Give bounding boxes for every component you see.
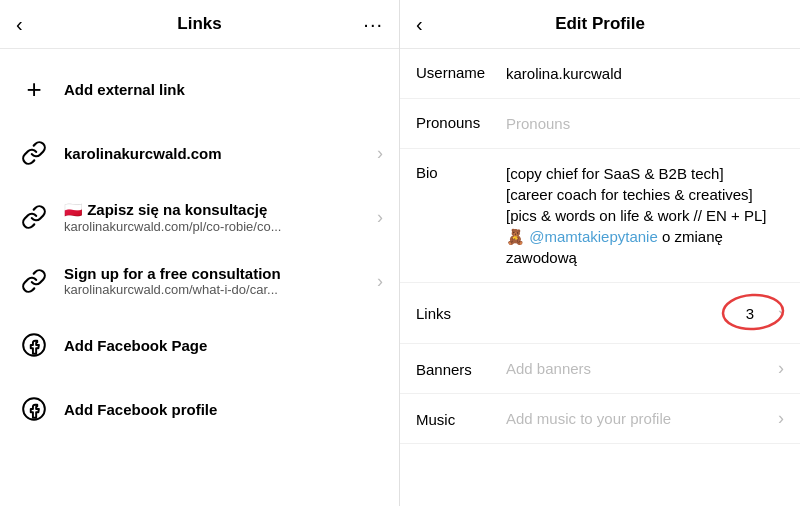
website-link-text: karolinakurcwald.com xyxy=(64,145,369,162)
add-facebook-page-item[interactable]: Add Facebook Page xyxy=(0,313,399,377)
music-chevron-icon: › xyxy=(778,408,784,429)
signup-link-subtitle: karolinakurcwald.com/what-i-do/car... xyxy=(64,282,369,297)
add-external-link-item[interactable]: + Add external link xyxy=(0,57,399,121)
chain-link-icon xyxy=(16,135,52,171)
links-list: + Add external link karolinakurcwald.com… xyxy=(0,49,399,449)
facebook-page-icon xyxy=(16,327,52,363)
edit-profile-title: Edit Profile xyxy=(555,14,645,34)
konsultacja-link-text: 🇵🇱 Zapisz się na konsultację karolinakur… xyxy=(64,201,369,234)
music-label: Music xyxy=(416,410,506,428)
add-facebook-profile-label: Add Facebook profile xyxy=(64,401,383,418)
edit-profile-back-icon[interactable]: ‹ xyxy=(416,13,423,36)
links-field-row[interactable]: Links 3 › xyxy=(400,283,800,344)
bio-field-row[interactable]: Bio [copy chief for SaaS & B2B tech] [ca… xyxy=(400,149,800,283)
add-facebook-page-label: Add Facebook Page xyxy=(64,337,383,354)
links-back-icon[interactable]: ‹ xyxy=(16,13,23,36)
signup-link-item[interactable]: Sign up for a free consultation karolina… xyxy=(0,249,399,313)
website-chevron-icon: › xyxy=(377,143,383,164)
add-link-label: Add external link xyxy=(64,81,383,98)
music-field-row[interactable]: Music Add music to your profile › xyxy=(400,394,800,444)
links-count-annotation: 3 xyxy=(734,297,766,329)
bio-link[interactable]: @mamtakiepytanie xyxy=(529,228,658,245)
konsultacja-chevron-icon: › xyxy=(377,207,383,228)
bio-label: Bio xyxy=(416,163,506,181)
banners-value: Add banners xyxy=(506,358,770,379)
banners-label: Banners xyxy=(416,360,506,378)
pronouns-field-row[interactable]: Pronouns Pronouns xyxy=(400,99,800,149)
links-title: Links xyxy=(177,14,221,34)
links-badge-container: 3 › xyxy=(734,297,784,329)
add-link-icon: + xyxy=(16,71,52,107)
signup-link-label: Sign up for a free consultation xyxy=(64,265,369,282)
signup-chevron-icon: › xyxy=(377,271,383,292)
add-link-text: Add external link xyxy=(64,81,383,98)
username-value: karolina.kurcwald xyxy=(506,63,784,84)
svg-point-1 xyxy=(23,398,45,420)
konsultacja-link-item[interactable]: 🇵🇱 Zapisz się na konsultację karolinakur… xyxy=(0,185,399,249)
links-panel: ‹ Links ··· + Add external link karolina… xyxy=(0,0,400,506)
chain-link-icon-3 xyxy=(16,263,52,299)
links-chevron-icon: › xyxy=(778,303,784,324)
add-facebook-profile-item[interactable]: Add Facebook profile xyxy=(0,377,399,441)
pronouns-value: Pronouns xyxy=(506,113,784,134)
links-label: Links xyxy=(416,304,506,322)
website-link-label: karolinakurcwald.com xyxy=(64,145,369,162)
website-link-item[interactable]: karolinakurcwald.com › xyxy=(0,121,399,185)
banners-field-row[interactable]: Banners Add banners › xyxy=(400,344,800,394)
username-field-row[interactable]: Username karolina.kurcwald xyxy=(400,49,800,99)
bio-value: [copy chief for SaaS & B2B tech] [career… xyxy=(506,163,784,268)
links-more-icon[interactable]: ··· xyxy=(363,13,383,36)
add-facebook-profile-text: Add Facebook profile xyxy=(64,401,383,418)
svg-point-0 xyxy=(23,334,45,356)
banners-chevron-icon: › xyxy=(778,358,784,379)
konsultacja-link-label: 🇵🇱 Zapisz się na konsultację xyxy=(64,201,369,219)
signup-link-text: Sign up for a free consultation karolina… xyxy=(64,265,369,297)
edit-profile-panel: ‹ Edit Profile Username karolina.kurcwal… xyxy=(400,0,800,506)
add-facebook-page-text: Add Facebook Page xyxy=(64,337,383,354)
username-label: Username xyxy=(416,63,506,81)
edit-profile-header: ‹ Edit Profile xyxy=(400,0,800,49)
facebook-profile-icon xyxy=(16,391,52,427)
links-header: ‹ Links ··· xyxy=(0,0,399,49)
links-count-badge: 3 xyxy=(734,297,766,329)
profile-fields: Username karolina.kurcwald Pronouns Pron… xyxy=(400,49,800,506)
music-value: Add music to your profile xyxy=(506,408,770,429)
chain-link-icon-2 xyxy=(16,199,52,235)
pronouns-label: Pronouns xyxy=(416,113,506,131)
konsultacja-link-subtitle: karolinakurcwald.com/pl/co-robie/co... xyxy=(64,219,369,234)
